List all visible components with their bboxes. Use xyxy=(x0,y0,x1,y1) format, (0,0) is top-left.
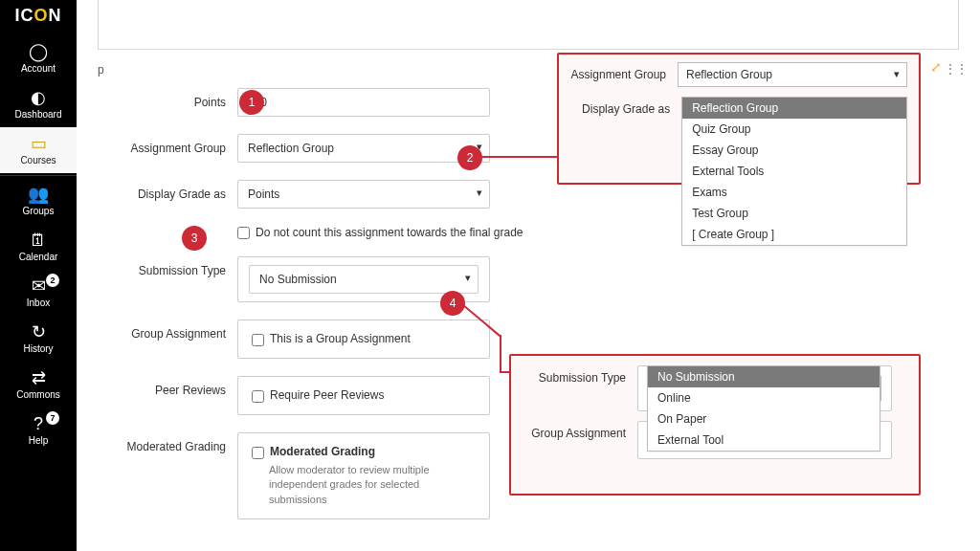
calendar-icon: 🗓 xyxy=(30,231,47,249)
clock-icon: ↻ xyxy=(32,323,46,341)
assignment-group-label: Assignment Group xyxy=(113,134,237,155)
row-peer-reviews: Peer Reviews Require Peer Reviews xyxy=(113,376,553,415)
resize-handle-icon[interactable]: ⋮⋮ xyxy=(944,61,967,77)
annotation-marker: 2 xyxy=(457,145,482,170)
question-icon: ? xyxy=(33,415,43,432)
global-nav: ICON ◯ Account ◐ Dashboard ▭ Courses 👥 G… xyxy=(0,0,77,551)
dropdown-option[interactable]: Test Group xyxy=(682,203,906,224)
rich-text-editor[interactable] xyxy=(98,0,959,50)
callout-sub-label: Submission Type xyxy=(524,365,637,385)
dropdown-option[interactable]: Online xyxy=(648,387,880,408)
nav-commons[interactable]: ⇄ Commons xyxy=(0,362,77,408)
dropdown-option[interactable]: Quiz Group xyxy=(682,119,906,140)
group-assignment-checkbox[interactable] xyxy=(252,334,264,346)
help-badge: 7 xyxy=(46,411,59,425)
connector-line xyxy=(480,156,559,158)
callout-submission-type: Submission Type No Submission Group Assi… xyxy=(509,354,921,496)
row-assignment-group: Assignment Group Reflection Group xyxy=(113,134,553,163)
inbox-badge: 2 xyxy=(46,274,59,287)
callout-group-label: Group Assignment xyxy=(524,421,637,440)
annotation-marker: 3 xyxy=(182,226,207,251)
nav-groups[interactable]: 👥 Groups xyxy=(0,178,77,224)
nav-calendar[interactable]: 🗓 Calendar xyxy=(0,224,77,270)
display-grade-label: Display Grade as xyxy=(113,180,237,201)
dropdown-option[interactable]: No Submission xyxy=(648,366,880,387)
points-input[interactable] xyxy=(237,88,490,117)
nav-help[interactable]: 7 ? Help xyxy=(0,408,77,453)
assignment-group-select[interactable]: Reflection Group xyxy=(237,134,490,163)
row-display-grade: Display Grade as Points xyxy=(113,180,553,209)
nav-label: Dashboard xyxy=(15,109,62,120)
callout-display-label: Display Grade as xyxy=(570,97,681,116)
user-circle-icon: ◯ xyxy=(29,43,48,60)
nav-divider xyxy=(0,175,77,176)
row-points: Points xyxy=(113,88,553,117)
dropdown-option[interactable]: Exams xyxy=(682,182,906,203)
submission-type-label: Submission Type xyxy=(113,256,237,277)
book-icon: ▭ xyxy=(31,135,47,152)
submission-type-select[interactable]: No Submission xyxy=(249,265,479,294)
brand-logo: ICON xyxy=(14,6,61,26)
callout-asg-select[interactable]: Reflection Group xyxy=(678,62,907,87)
dropdown-option[interactable]: External Tool xyxy=(648,430,880,451)
inbox-icon: ✉ xyxy=(32,277,46,295)
no-count-checkbox[interactable] xyxy=(237,227,250,239)
people-icon: 👥 xyxy=(28,186,49,203)
dropdown-option[interactable]: Essay Group xyxy=(682,140,906,161)
nav-account[interactable]: ◯ Account xyxy=(0,35,77,81)
no-count-label: Do not count this assignment towards the… xyxy=(256,226,523,239)
group-assignment-label: Group Assignment xyxy=(113,320,237,341)
assignment-group-dropdown[interactable]: Reflection Group Quiz Group Essay Group … xyxy=(681,97,907,246)
nav-label: Help xyxy=(29,435,49,446)
row-no-count: Do not count this assignment towards the… xyxy=(113,226,553,239)
nav-label: Courses xyxy=(20,155,56,165)
nav-dashboard[interactable]: ◐ Dashboard xyxy=(0,81,77,127)
annotation-marker: 4 xyxy=(440,291,465,316)
display-grade-select[interactable]: Points xyxy=(237,180,490,209)
editor-path: p xyxy=(98,63,104,77)
nav-label: Groups xyxy=(23,206,55,216)
dropdown-option[interactable]: External Tools xyxy=(682,161,906,182)
row-submission-type: Submission Type No Submission xyxy=(113,256,553,302)
moderated-grading-check-label: Moderated Grading xyxy=(270,445,375,458)
submission-type-dropdown[interactable]: No Submission Online On Paper External T… xyxy=(647,365,880,452)
nav-courses[interactable]: ▭ Courses xyxy=(0,127,77,173)
gauge-icon: ◐ xyxy=(31,89,46,106)
row-moderated-grading: Moderated Grading Moderated Grading Allo… xyxy=(113,432,553,519)
moderated-grading-checkbox[interactable] xyxy=(252,447,264,459)
moderated-grading-label: Moderated Grading xyxy=(113,432,237,453)
dropdown-option[interactable]: [ Create Group ] xyxy=(682,224,906,245)
nav-inbox[interactable]: 2 ✉ Inbox xyxy=(0,270,77,316)
peer-reviews-check-label: Require Peer Reviews xyxy=(270,388,384,402)
share-icon: ⇄ xyxy=(32,369,46,386)
nav-label: Commons xyxy=(16,389,60,400)
peer-reviews-label: Peer Reviews xyxy=(113,376,237,397)
group-assignment-check-label: This is a Group Assignment xyxy=(270,332,411,345)
fullscreen-icon[interactable]: ⤢ xyxy=(930,59,942,75)
moderated-grading-subtext: Allow moderator to review multiple indep… xyxy=(269,463,476,507)
peer-reviews-checkbox[interactable] xyxy=(252,390,264,403)
annotation-marker: 1 xyxy=(239,90,264,115)
callout-asg-label: Assignment Group xyxy=(570,62,678,81)
callout-assignment-group: Assignment Group Reflection Group Displa… xyxy=(557,53,921,185)
nav-label: Calendar xyxy=(19,252,58,262)
dropdown-option[interactable]: Reflection Group xyxy=(682,98,906,119)
dropdown-option[interactable]: On Paper xyxy=(648,408,880,430)
nav-history[interactable]: ↻ History xyxy=(0,316,77,362)
connector-line xyxy=(500,335,501,373)
nav-label: Inbox xyxy=(27,298,50,308)
nav-label: Account xyxy=(21,63,56,74)
main-content: p ⤢ ⋮⋮ Points Assignment Group Reflectio… xyxy=(77,0,980,551)
nav-label: History xyxy=(23,343,53,354)
connector-line xyxy=(500,371,511,373)
points-label: Points xyxy=(113,88,237,109)
